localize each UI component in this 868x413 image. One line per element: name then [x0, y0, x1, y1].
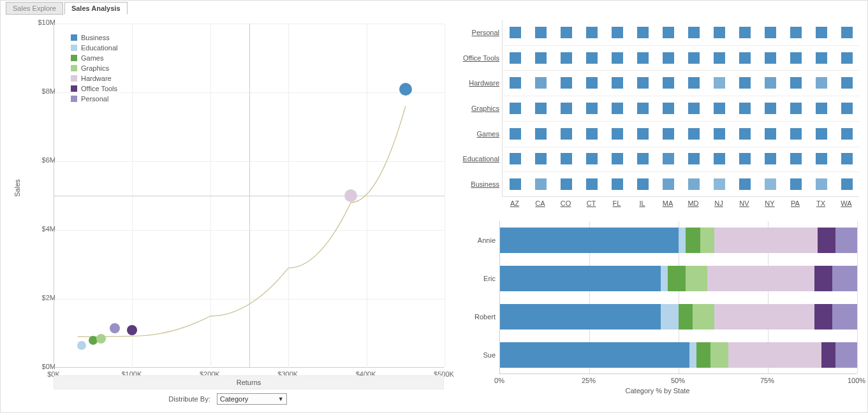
- stacked-segment[interactable]: [832, 304, 857, 330]
- distribute-by-select[interactable]: Category ▼: [217, 393, 287, 405]
- heatmap-col-label[interactable]: CO: [553, 199, 578, 207]
- heatmap-cell[interactable]: [688, 27, 700, 38]
- stacked-segment[interactable]: [696, 342, 710, 368]
- heatmap-cell[interactable]: [663, 153, 674, 164]
- heatmap-cell[interactable]: [714, 153, 725, 164]
- heatmap-cell[interactable]: [765, 153, 776, 164]
- stacked-segment[interactable]: [500, 342, 689, 368]
- heatmap-col-label[interactable]: CA: [527, 199, 553, 207]
- stacked-segment[interactable]: [835, 228, 857, 253]
- heatmap-cell[interactable]: [816, 77, 827, 89]
- legend-item[interactable]: Hardware: [71, 73, 118, 83]
- heatmap-cell[interactable]: [637, 52, 649, 64]
- heatmap-cell[interactable]: [714, 52, 725, 64]
- heatmap-col-label[interactable]: NY: [757, 199, 783, 207]
- heatmap-cell[interactable]: [688, 153, 700, 164]
- heatmap-chart[interactable]: PersonalOffice ToolsHardwareGraphicsGame…: [453, 20, 862, 211]
- heatmap-cell[interactable]: [510, 178, 521, 190]
- heatmap-cell[interactable]: [637, 27, 649, 38]
- heatmap-cell[interactable]: [510, 77, 521, 89]
- stacked-segment[interactable]: [835, 342, 857, 368]
- heatmap-cell[interactable]: [714, 103, 725, 114]
- stacked-segment[interactable]: [686, 266, 707, 291]
- heatmap-col-label[interactable]: CT: [578, 199, 604, 207]
- heatmap-cell[interactable]: [790, 27, 802, 38]
- stacked-segment[interactable]: [661, 304, 679, 330]
- heatmap-cell[interactable]: [535, 27, 547, 38]
- legend-item[interactable]: Games: [71, 53, 118, 63]
- scatter-point-graphics[interactable]: [96, 334, 106, 344]
- heatmap-cell[interactable]: [790, 153, 802, 164]
- heatmap-cell[interactable]: [535, 77, 547, 89]
- heatmap-cell[interactable]: [790, 178, 802, 190]
- heatmap-cell[interactable]: [586, 103, 598, 114]
- heatmap-cell[interactable]: [586, 52, 598, 64]
- heatmap-col-label[interactable]: TX: [808, 199, 834, 207]
- heatmap-cell[interactable]: [663, 77, 674, 89]
- stacked-segment[interactable]: [707, 266, 814, 291]
- scatter-chart[interactable]: Sales $0M $2M $4M $6M $8M $10M $0K$: [6, 18, 450, 382]
- stacked-segment[interactable]: [814, 266, 832, 291]
- stacked-segment[interactable]: [728, 342, 821, 368]
- heatmap-cell[interactable]: [561, 27, 572, 38]
- heatmap-cell[interactable]: [663, 103, 674, 114]
- heatmap-cell[interactable]: [510, 128, 521, 140]
- heatmap-row-label[interactable]: Personal: [453, 29, 499, 36]
- scatter-point-hardware[interactable]: [344, 189, 357, 202]
- heatmap-cell[interactable]: [739, 103, 751, 114]
- stacked-segment[interactable]: [832, 266, 857, 291]
- heatmap-cell[interactable]: [841, 77, 853, 89]
- heatmap-cell[interactable]: [663, 27, 674, 38]
- heatmap-col-label[interactable]: MA: [655, 199, 680, 207]
- heatmap-cell[interactable]: [816, 128, 827, 140]
- heatmap-cell[interactable]: [714, 178, 725, 190]
- stacked-segment[interactable]: [818, 228, 835, 253]
- stacked-segment[interactable]: [714, 304, 814, 330]
- heatmap-row-label[interactable]: Office Tools: [453, 54, 499, 62]
- heatmap-cell[interactable]: [561, 128, 572, 140]
- legend-item[interactable]: Office Tools: [71, 83, 118, 94]
- heatmap-cell[interactable]: [688, 178, 700, 190]
- heatmap-cell[interactable]: [688, 52, 700, 64]
- legend-item[interactable]: Personal: [71, 94, 118, 104]
- heatmap-cell[interactable]: [561, 103, 572, 114]
- heatmap-cell[interactable]: [714, 77, 725, 89]
- stacked-bar-chart[interactable]: AnnieEricRobertSue 0%25%50%75%100% Categ…: [453, 221, 862, 400]
- scatter-point-business[interactable]: [399, 83, 412, 96]
- heatmap-cell[interactable]: [765, 77, 776, 89]
- heatmap-cell[interactable]: [510, 153, 521, 164]
- stacked-row-label[interactable]: Robert: [453, 313, 496, 321]
- heatmap-cell[interactable]: [663, 128, 674, 140]
- heatmap-cell[interactable]: [510, 103, 521, 114]
- heatmap-col-label[interactable]: PA: [783, 199, 808, 207]
- heatmap-cell[interactable]: [688, 128, 700, 140]
- heatmap-cell[interactable]: [612, 178, 623, 190]
- heatmap-col-label[interactable]: WA: [834, 199, 859, 207]
- heatmap-row-label[interactable]: Business: [453, 180, 499, 188]
- heatmap-cell[interactable]: [765, 178, 776, 190]
- heatmap-cell[interactable]: [790, 103, 802, 114]
- heatmap-cell[interactable]: [637, 178, 649, 190]
- stacked-segment[interactable]: [700, 228, 714, 253]
- heatmap-row-label[interactable]: Educational: [453, 155, 499, 163]
- heatmap-row-label[interactable]: Games: [453, 130, 499, 138]
- legend-item[interactable]: Business: [71, 33, 118, 43]
- stacked-segment[interactable]: [689, 342, 696, 368]
- heatmap-cell[interactable]: [612, 77, 623, 89]
- heatmap-cell[interactable]: [535, 103, 547, 114]
- stacked-row-label[interactable]: Eric: [453, 275, 496, 282]
- heatmap-cell[interactable]: [816, 153, 827, 164]
- heatmap-row-label[interactable]: Hardware: [453, 79, 499, 87]
- heatmap-col-label[interactable]: NV: [732, 199, 757, 207]
- heatmap-cell[interactable]: [765, 128, 776, 140]
- stacked-segment[interactable]: [500, 266, 661, 291]
- heatmap-cell[interactable]: [816, 27, 827, 38]
- legend-item[interactable]: Graphics: [71, 63, 118, 73]
- stacked-segment[interactable]: [814, 304, 832, 330]
- stacked-row-label[interactable]: Annie: [453, 236, 496, 244]
- heatmap-cell[interactable]: [637, 153, 649, 164]
- heatmap-cell[interactable]: [765, 52, 776, 64]
- stacked-segment[interactable]: [679, 228, 686, 253]
- heatmap-cell[interactable]: [637, 103, 649, 114]
- heatmap-cell[interactable]: [739, 52, 751, 64]
